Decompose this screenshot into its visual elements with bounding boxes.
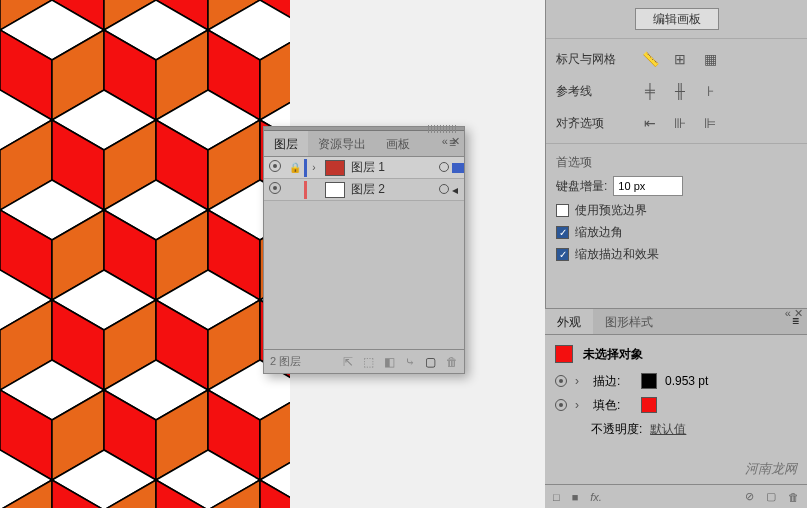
scale-corners-checkbox[interactable]: ✓缩放边角 <box>556 221 797 243</box>
layer-name[interactable]: 图层 1 <box>349 159 436 176</box>
no-selection-label: 未选择对象 <box>583 346 643 363</box>
duplicate-icon[interactable]: ▢ <box>766 490 776 503</box>
stroke-swatch[interactable] <box>641 373 657 389</box>
delete-layer-icon[interactable]: 🗑 <box>446 355 458 369</box>
appearance-panel: « ✕ 外观 图形样式 ≡ 未选择对象 › 描边: 0.953 pt › 填色: <box>545 308 807 508</box>
selection-indicator <box>452 163 464 173</box>
guides-label: 参考线 <box>556 83 640 100</box>
keyboard-increment-input[interactable] <box>613 176 683 196</box>
visibility-icon[interactable] <box>555 375 567 387</box>
new-fill-icon[interactable]: ■ <box>572 491 579 503</box>
scale-stroke-effects-checkbox[interactable]: ✓缩放描边和效果 <box>556 243 797 265</box>
tab-artboards[interactable]: 画板 <box>376 131 420 156</box>
snap-grid-icon[interactable]: ⊫ <box>700 113 720 133</box>
layer-thumbnail <box>325 182 345 198</box>
smart-guides-icon[interactable]: ⊦ <box>700 81 720 101</box>
stroke-label: 描边: <box>593 373 633 390</box>
layers-panel: « ✕ 图层 资源导出 画板 ≡ 🔒 › 图层 1 图层 2 ◂ 2 图层 <box>263 126 465 374</box>
layer-row[interactable]: 🔒 › 图层 1 <box>264 157 464 179</box>
tab-graphic-styles[interactable]: 图形样式 <box>593 309 665 334</box>
edit-artboard-button[interactable]: 编辑画板 <box>635 8 719 30</box>
fill-swatch[interactable] <box>641 397 657 413</box>
grid-icon[interactable]: ⊞ <box>670 49 690 69</box>
opacity-row[interactable]: 不透明度: 默认值 <box>555 417 797 441</box>
panel-close-icon[interactable]: « ✕ <box>442 135 460 148</box>
layer-color-bar <box>304 181 307 199</box>
keyboard-increment-label: 键盘增量: <box>556 178 607 195</box>
lock-guides-icon[interactable]: ╫ <box>670 81 690 101</box>
opacity-value[interactable]: 默认值 <box>650 421 686 438</box>
preferences-label: 首选项 <box>556 148 797 173</box>
new-sublayer-icon[interactable]: ⤷ <box>405 355 415 369</box>
align-options-label: 对齐选项 <box>556 115 640 132</box>
target-icon[interactable] <box>436 161 452 175</box>
layer-thumbnail <box>325 160 345 176</box>
selection-swatch <box>555 345 573 363</box>
rulers-icon[interactable]: 📏 <box>640 49 660 69</box>
expand-icon[interactable]: › <box>575 374 585 388</box>
transparency-grid-icon[interactable]: ▦ <box>700 49 720 69</box>
lock-icon[interactable]: 🔒 <box>286 162 304 173</box>
fx-icon[interactable]: fx. <box>590 491 602 503</box>
visibility-toggle-icon[interactable] <box>264 182 286 197</box>
appearance-footer: □ ■ fx. ⊘ ▢ 🗑 <box>545 484 807 508</box>
delete-icon[interactable]: 🗑 <box>788 491 799 503</box>
panel-collapse-icon[interactable]: « ✕ <box>785 307 803 320</box>
new-layer-icon[interactable]: ▢ <box>425 355 436 369</box>
tab-layers[interactable]: 图层 <box>264 131 308 156</box>
properties-panel: 编辑画板 标尺与网格 📏 ⊞ ▦ 参考线 ╪ ╫ ⊦ 对齐选项 ⇤ ⊪ ⊫ <box>545 0 807 508</box>
clear-icon[interactable]: ⊘ <box>745 490 754 503</box>
layer-row[interactable]: 图层 2 ◂ <box>264 179 464 201</box>
canvas-area[interactable] <box>0 0 290 508</box>
rulers-grid-label: 标尺与网格 <box>556 51 640 68</box>
tab-asset-export[interactable]: 资源导出 <box>308 131 376 156</box>
expand-icon[interactable]: › <box>575 398 585 412</box>
visibility-icon[interactable] <box>555 399 567 411</box>
fill-label: 填色: <box>593 397 633 414</box>
expand-icon[interactable]: › <box>307 162 321 173</box>
panel-drag-bar[interactable] <box>264 127 464 131</box>
collect-icon[interactable]: ⬚ <box>363 355 374 369</box>
selection-indicator: ◂ <box>452 183 464 197</box>
stroke-value[interactable]: 0.953 pt <box>665 374 708 388</box>
layer-count: 2 图层 <box>270 354 301 369</box>
visibility-toggle-icon[interactable] <box>264 160 286 175</box>
layers-footer: 2 图层 ⇱ ⬚ ◧ ⤷ ▢ 🗑 <box>264 349 464 373</box>
stroke-row[interactable]: › 描边: 0.953 pt <box>555 369 797 393</box>
tab-appearance[interactable]: 外观 <box>545 309 593 334</box>
clip-mask-icon[interactable]: ◧ <box>384 355 395 369</box>
fill-row[interactable]: › 填色: <box>555 393 797 417</box>
layer-name[interactable]: 图层 2 <box>349 181 436 198</box>
watermark: 河南龙网 <box>745 460 797 478</box>
opacity-label: 不透明度: <box>591 421 642 438</box>
new-stroke-icon[interactable]: □ <box>553 491 560 503</box>
target-icon[interactable] <box>436 183 452 197</box>
show-guides-icon[interactable]: ╪ <box>640 81 660 101</box>
snap-point-icon[interactable]: ⊪ <box>670 113 690 133</box>
use-preview-bounds-checkbox[interactable]: 使用预览边界 <box>556 199 797 221</box>
locate-icon[interactable]: ⇱ <box>343 355 353 369</box>
snap-pixel-icon[interactable]: ⇤ <box>640 113 660 133</box>
